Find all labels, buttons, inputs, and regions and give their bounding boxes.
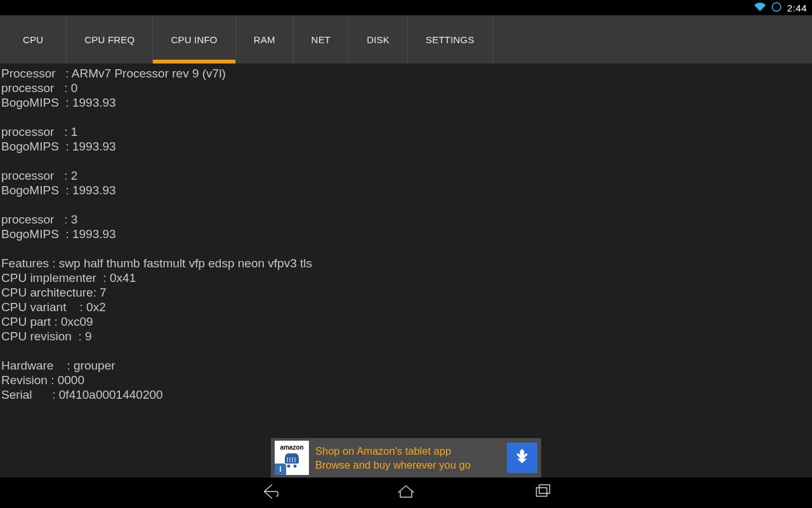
svg-point-6 [287,465,291,468]
svg-rect-9 [537,488,547,497]
ad-brand-icon: amazon i [275,441,309,475]
home-button[interactable] [395,480,417,505]
ad-download-button[interactable] [507,443,537,473]
navigation-bar [0,478,812,508]
tab-disk[interactable]: DISK [349,15,408,64]
recent-apps-button[interactable] [532,480,554,505]
tab-label: CPU INFO [171,34,217,45]
ad-line1: Shop on Amazon's tablet app [315,444,501,458]
clock: 2:44 [787,3,807,13]
tab-cpu-info[interactable]: CPU INFO [153,15,235,64]
tab-net[interactable]: NET [294,15,350,64]
ad-brand-text: amazon [280,444,303,451]
download-arrow-icon [514,448,530,467]
cpuinfo-text: Processor : ARMv7 Processor rev 9 (v7l) … [0,64,812,402]
tab-bar: CPU CPU FREQ CPU INFO RAM NET DISK SETTI… [0,15,812,64]
status-bar: 2:44 [0,0,812,15]
back-button[interactable] [258,480,280,505]
ad-banner[interactable]: amazon i Shop on Amazon's tablet app Bro… [271,438,541,478]
info-icon: i [275,464,286,475]
ad-text: Shop on Amazon's tablet app Browse and b… [315,444,501,472]
tab-label: SETTINGS [426,34,475,45]
ad-line2: Browse and buy wherever you go [315,458,501,472]
tab-label: RAM [254,34,275,45]
wifi-icon [754,1,766,15]
tab-cpu[interactable]: CPU [0,15,67,64]
tab-settings[interactable]: SETTINGS [408,15,493,64]
tab-ram[interactable]: RAM [236,15,294,64]
svg-rect-1 [285,456,299,464]
tab-cpu-freq[interactable]: CPU FREQ [67,15,153,64]
content-area: Processor : ARMv7 Processor rev 9 (v7l) … [0,64,812,478]
tab-label: DISK [367,34,390,45]
tab-label: CPU [23,34,43,45]
svg-rect-10 [539,485,550,494]
tab-label: CPU FREQ [84,34,134,45]
loading-icon [771,1,782,15]
svg-rect-8 [520,450,525,457]
svg-point-7 [294,465,297,468]
tab-label: NET [311,34,331,45]
svg-point-0 [772,3,781,11]
screen: 2:44 CPU CPU FREQ CPU INFO RAM NET DISK … [0,0,812,508]
